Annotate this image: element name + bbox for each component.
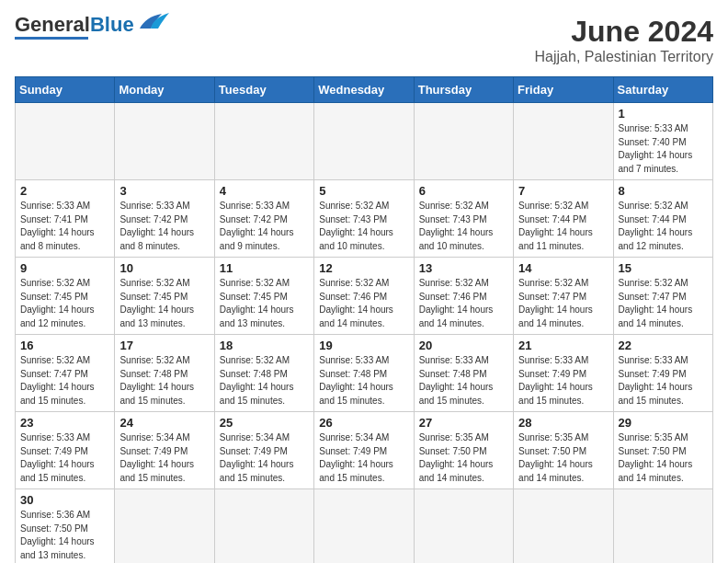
day-info: Sunrise: 5:32 AM Sunset: 7:46 PM Dayligh… xyxy=(319,277,408,330)
table-row xyxy=(613,489,712,564)
header-friday: Friday xyxy=(514,77,613,103)
table-row: 20Sunrise: 5:33 AM Sunset: 7:48 PM Dayli… xyxy=(414,335,513,412)
day-info: Sunrise: 5:32 AM Sunset: 7:44 PM Dayligh… xyxy=(619,200,708,253)
day-number: 19 xyxy=(319,339,408,352)
day-info: Sunrise: 5:36 AM Sunset: 7:50 PM Dayligh… xyxy=(20,509,109,562)
table-row xyxy=(314,489,414,564)
logo: GeneralBlue xyxy=(15,15,169,40)
page-header: GeneralBlue June 2024 Hajjah, Palestinia… xyxy=(15,15,713,65)
table-row xyxy=(214,489,313,564)
day-info: Sunrise: 5:33 AM Sunset: 7:42 PM Dayligh… xyxy=(220,200,309,253)
table-row xyxy=(115,489,214,564)
table-row: 9Sunrise: 5:32 AM Sunset: 7:45 PM Daylig… xyxy=(16,258,115,335)
title-section: June 2024 Hajjah, Palestinian Territory xyxy=(535,15,713,65)
day-number: 7 xyxy=(518,184,608,198)
calendar-row: 9Sunrise: 5:32 AM Sunset: 7:45 PM Daylig… xyxy=(16,258,713,335)
table-row xyxy=(514,489,613,564)
day-info: Sunrise: 5:32 AM Sunset: 7:48 PM Dayligh… xyxy=(220,354,309,408)
header-wednesday: Wednesday xyxy=(314,77,414,103)
day-info: Sunrise: 5:35 AM Sunset: 7:50 PM Dayligh… xyxy=(518,431,608,485)
day-info: Sunrise: 5:32 AM Sunset: 7:45 PM Dayligh… xyxy=(220,277,309,330)
table-row: 26Sunrise: 5:34 AM Sunset: 7:49 PM Dayli… xyxy=(314,412,414,489)
header-sunday: Sunday xyxy=(16,77,115,103)
day-number: 5 xyxy=(319,184,408,198)
day-info: Sunrise: 5:32 AM Sunset: 7:47 PM Dayligh… xyxy=(518,277,608,330)
table-row: 7Sunrise: 5:32 AM Sunset: 7:44 PM Daylig… xyxy=(514,180,613,258)
table-row: 10Sunrise: 5:32 AM Sunset: 7:45 PM Dayli… xyxy=(115,258,214,335)
logo-bird-icon xyxy=(136,12,169,32)
table-row: 22Sunrise: 5:33 AM Sunset: 7:49 PM Dayli… xyxy=(613,335,712,412)
day-number: 6 xyxy=(419,184,508,198)
header-tuesday: Tuesday xyxy=(214,77,313,103)
table-row: 28Sunrise: 5:35 AM Sunset: 7:50 PM Dayli… xyxy=(514,412,613,489)
day-number: 1 xyxy=(619,107,708,121)
month-title: June 2024 xyxy=(535,15,713,49)
table-row: 4Sunrise: 5:33 AM Sunset: 7:42 PM Daylig… xyxy=(214,180,313,258)
header-saturday: Saturday xyxy=(613,77,712,103)
day-number: 20 xyxy=(419,339,508,352)
calendar-row: 1Sunrise: 5:33 AM Sunset: 7:40 PM Daylig… xyxy=(16,103,713,180)
day-info: Sunrise: 5:33 AM Sunset: 7:49 PM Dayligh… xyxy=(619,354,708,408)
table-row: 6Sunrise: 5:32 AM Sunset: 7:43 PM Daylig… xyxy=(414,180,513,258)
table-row xyxy=(214,103,313,180)
table-row: 14Sunrise: 5:32 AM Sunset: 7:47 PM Dayli… xyxy=(514,258,613,335)
table-row xyxy=(514,103,613,180)
day-number: 18 xyxy=(220,339,309,352)
day-info: Sunrise: 5:33 AM Sunset: 7:40 PM Dayligh… xyxy=(619,122,708,176)
day-number: 3 xyxy=(119,184,209,198)
day-info: Sunrise: 5:33 AM Sunset: 7:49 PM Dayligh… xyxy=(20,431,109,485)
day-info: Sunrise: 5:34 AM Sunset: 7:49 PM Dayligh… xyxy=(220,431,309,485)
day-number: 22 xyxy=(619,339,708,352)
table-row xyxy=(414,489,513,564)
day-number: 14 xyxy=(518,261,608,275)
day-number: 24 xyxy=(119,416,209,430)
header-monday: Monday xyxy=(115,77,214,103)
day-number: 12 xyxy=(319,261,408,275)
day-info: Sunrise: 5:32 AM Sunset: 7:46 PM Dayligh… xyxy=(419,277,508,330)
header-thursday: Thursday xyxy=(414,77,513,103)
table-row xyxy=(16,103,115,180)
day-number: 27 xyxy=(419,416,508,430)
day-number: 10 xyxy=(119,261,209,275)
table-row: 18Sunrise: 5:32 AM Sunset: 7:48 PM Dayli… xyxy=(214,335,313,412)
day-number: 2 xyxy=(20,184,109,198)
day-number: 25 xyxy=(220,416,309,430)
day-number: 29 xyxy=(619,416,708,430)
table-row: 27Sunrise: 5:35 AM Sunset: 7:50 PM Dayli… xyxy=(414,412,513,489)
table-row: 12Sunrise: 5:32 AM Sunset: 7:46 PM Dayli… xyxy=(314,258,414,335)
weekday-header-row: Sunday Monday Tuesday Wednesday Thursday… xyxy=(16,77,713,103)
day-number: 23 xyxy=(20,416,109,430)
location-title: Hajjah, Palestinian Territory xyxy=(535,49,713,65)
day-number: 9 xyxy=(20,261,109,275)
day-info: Sunrise: 5:33 AM Sunset: 7:48 PM Dayligh… xyxy=(419,354,508,408)
table-row: 25Sunrise: 5:34 AM Sunset: 7:49 PM Dayli… xyxy=(214,412,313,489)
table-row: 29Sunrise: 5:35 AM Sunset: 7:50 PM Dayli… xyxy=(613,412,712,489)
day-info: Sunrise: 5:32 AM Sunset: 7:47 PM Dayligh… xyxy=(619,277,708,330)
day-info: Sunrise: 5:33 AM Sunset: 7:42 PM Dayligh… xyxy=(119,200,209,253)
day-number: 16 xyxy=(20,339,109,352)
day-number: 28 xyxy=(518,416,608,430)
calendar-row: 30Sunrise: 5:36 AM Sunset: 7:50 PM Dayli… xyxy=(16,489,713,564)
day-number: 13 xyxy=(419,261,508,275)
table-row: 3Sunrise: 5:33 AM Sunset: 7:42 PM Daylig… xyxy=(115,180,214,258)
day-info: Sunrise: 5:32 AM Sunset: 7:43 PM Dayligh… xyxy=(419,200,508,253)
day-info: Sunrise: 5:32 AM Sunset: 7:47 PM Dayligh… xyxy=(20,354,109,408)
day-number: 30 xyxy=(20,493,109,507)
calendar-table: Sunday Monday Tuesday Wednesday Thursday… xyxy=(15,76,713,563)
table-row: 15Sunrise: 5:32 AM Sunset: 7:47 PM Dayli… xyxy=(613,258,712,335)
table-row: 13Sunrise: 5:32 AM Sunset: 7:46 PM Dayli… xyxy=(414,258,513,335)
table-row: 16Sunrise: 5:32 AM Sunset: 7:47 PM Dayli… xyxy=(16,335,115,412)
table-row xyxy=(115,103,214,180)
day-info: Sunrise: 5:32 AM Sunset: 7:44 PM Dayligh… xyxy=(518,200,608,253)
day-number: 11 xyxy=(220,261,309,275)
calendar-row: 2Sunrise: 5:33 AM Sunset: 7:41 PM Daylig… xyxy=(16,180,713,258)
day-number: 21 xyxy=(518,339,608,352)
day-number: 15 xyxy=(619,261,708,275)
table-row xyxy=(314,103,414,180)
day-info: Sunrise: 5:32 AM Sunset: 7:45 PM Dayligh… xyxy=(119,277,209,330)
day-info: Sunrise: 5:32 AM Sunset: 7:48 PM Dayligh… xyxy=(119,354,209,408)
day-info: Sunrise: 5:35 AM Sunset: 7:50 PM Dayligh… xyxy=(419,431,508,485)
day-info: Sunrise: 5:35 AM Sunset: 7:50 PM Dayligh… xyxy=(619,431,708,485)
day-info: Sunrise: 5:33 AM Sunset: 7:49 PM Dayligh… xyxy=(518,354,608,408)
table-row xyxy=(414,103,513,180)
